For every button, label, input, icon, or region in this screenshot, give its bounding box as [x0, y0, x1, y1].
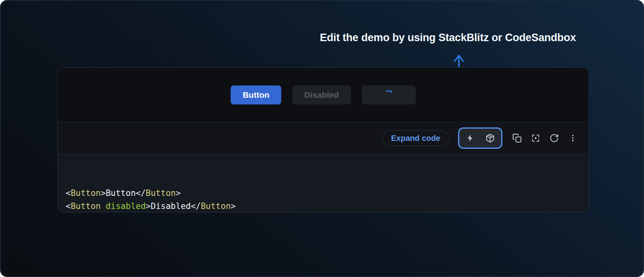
copy-code-icon[interactable] [512, 133, 522, 143]
codesandbox-cube-icon[interactable] [485, 133, 495, 143]
demo-disabled-button: Disabled [292, 85, 351, 104]
demo-preview-area: Button Disabled [58, 68, 589, 122]
code-lines: <Button>Button</Button><Button disabled>… [66, 187, 541, 212]
code-line: <Button>Button</Button> [66, 187, 541, 200]
demo-primary-button[interactable]: Button [231, 85, 281, 104]
code-line: <Button disabled>Disabled</Button> [66, 200, 541, 213]
demo-panel: Button Disabled Expand code [57, 67, 589, 212]
copy-icon[interactable] [566, 165, 576, 175]
focus-isolate-icon[interactable] [531, 133, 540, 143]
code-block: <Button>Button</Button><Button disabled>… [58, 154, 589, 212]
more-vertical-icon[interactable] [568, 133, 578, 143]
sandbox-links-highlight-box [458, 127, 502, 149]
screenshot-background: Edit the demo by using StackBlitz or Cod… [0, 0, 644, 277]
demo-loading-button[interactable] [362, 85, 416, 104]
refresh-icon[interactable] [549, 133, 559, 143]
annotation-title: Edit the demo by using StackBlitz or Cod… [320, 32, 576, 44]
stackblitz-lightning-icon[interactable] [466, 133, 475, 143]
demo-toolbar: Expand code [58, 122, 589, 154]
expand-code-button[interactable]: Expand code [383, 130, 449, 146]
loading-spinner-icon [383, 89, 394, 100]
